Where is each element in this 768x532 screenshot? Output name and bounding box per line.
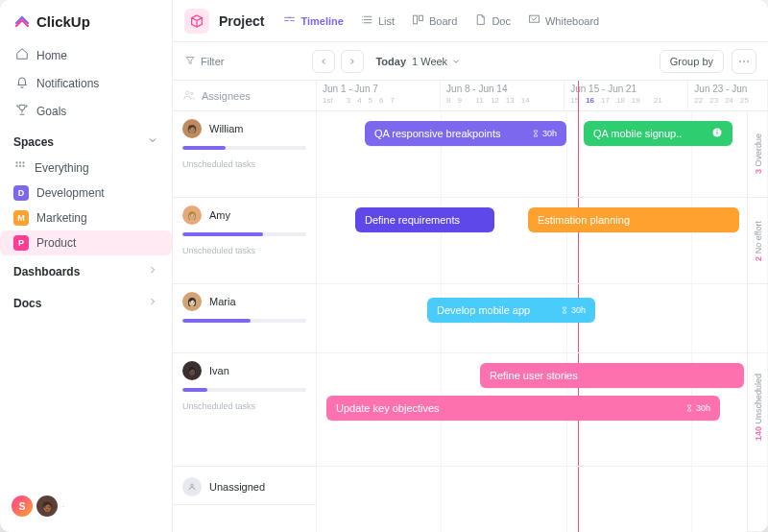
range-label: 1 Week (412, 56, 447, 67)
week-label: Jun 8 - Jun 14 (446, 84, 558, 94)
task-estimation[interactable]: Estimation planning (528, 207, 739, 232)
assignee-row-amy[interactable]: 👩🏼Amy Unscheduled tasks (173, 198, 316, 284)
docs-label: Docs (13, 297, 41, 310)
timeline-date-header: Jun 1 - Jun 7 1st34567 Jun 8 - Jun 14 89… (317, 81, 768, 111)
progress-bar (182, 146, 306, 150)
space-everything[interactable]: Everything (0, 155, 172, 181)
view-whiteboard-label: Whiteboard (545, 15, 599, 27)
timeline-content: Assignees 🧑🏽William Unscheduled tasks 👩🏼… (173, 81, 768, 532)
week-col: Jun 23 - Jun 22232425 (688, 81, 768, 110)
svg-point-5 (22, 165, 24, 167)
nav-goals[interactable]: Goals (8, 97, 164, 125)
right-status-badges: 3 Overdue 2 No effort 140 Unscheduled (747, 111, 768, 532)
task-develop-mobile[interactable]: Develop mobile app 30h (427, 298, 595, 323)
assignee-row-unassigned[interactable]: Unassigned (173, 467, 316, 505)
week-col: Jun 8 - Jun 14 8911121314 (441, 81, 564, 110)
unscheduled-label: Unscheduled tasks (182, 246, 306, 255)
avatar-peer[interactable]: 🧑🏾 (36, 496, 58, 517)
noeffort-badge[interactable]: 2 No effort (748, 198, 768, 284)
dashboards-section[interactable]: Dashboards (0, 255, 172, 287)
svg-rect-13 (717, 132, 718, 134)
svg-point-1 (19, 161, 21, 163)
assignee-row-ivan[interactable]: 🧑🏿Ivan Unscheduled tasks (173, 353, 316, 467)
chevron-right-icon (147, 264, 158, 278)
task-qa-breakpoints[interactable]: QA responsive breakpoints 30h (365, 121, 566, 146)
brand-logo[interactable]: ClickUp (0, 12, 172, 41)
nav-goals-label: Goals (36, 105, 66, 118)
view-timeline-label: Timeline (300, 15, 343, 27)
view-doc[interactable]: Doc (470, 11, 515, 31)
space-product[interactable]: P Product (0, 230, 172, 255)
chevron-right-icon (147, 296, 158, 310)
project-icon (184, 9, 209, 34)
task-label: Update key objectives (336, 402, 440, 414)
nav-home[interactable]: Home (8, 41, 164, 69)
timeline-grid[interactable]: Jun 1 - Jun 7 1st34567 Jun 8 - Jun 14 89… (317, 81, 768, 532)
filter-button[interactable]: Filter (184, 55, 224, 68)
task-refine-stories[interactable]: Refine user stories (480, 363, 744, 388)
spaces-header-label: Spaces (13, 135, 54, 149)
space-everything-label: Everything (35, 161, 89, 175)
task-label: Develop mobile app (437, 304, 530, 316)
avatar-self[interactable]: S (12, 496, 33, 517)
project-title[interactable]: Project (219, 13, 264, 29)
filter-icon (184, 55, 196, 68)
app-window: ClickUp Home Notifications Goals Spaces … (0, 0, 768, 532)
doc-icon (474, 13, 487, 28)
space-development[interactable]: D Development (0, 181, 172, 206)
assignee-header[interactable]: Assignees (173, 81, 316, 111)
assignee-name-label: William (209, 123, 243, 134)
svg-point-11 (191, 484, 194, 487)
assignee-row-maria[interactable]: 👩🏻Maria (173, 284, 316, 353)
svg-point-9 (186, 90, 190, 94)
view-board[interactable]: Board (408, 11, 461, 31)
week-label: Jun 1 - Jun 7 (323, 84, 434, 94)
clickup-logo-icon (13, 12, 31, 32)
range-select[interactable]: 1 Week (412, 56, 461, 67)
spaces-header[interactable]: Spaces (0, 125, 172, 155)
brand-name: ClickUp (36, 13, 90, 30)
space-marketing[interactable]: M Marketing (0, 206, 172, 230)
today-button[interactable]: Today (375, 56, 406, 67)
week-label: Jun 15 - Jun 21 (570, 84, 682, 94)
avatar: 🧑🏽 (182, 119, 202, 138)
assignee-row-william[interactable]: 🧑🏽William Unscheduled tasks (173, 111, 316, 198)
groupby-button[interactable]: Group by (660, 50, 724, 73)
lane-ivan: Refine user stories Update key objective… (317, 353, 768, 467)
topbar: Project Timeline List Board Doc (173, 0, 768, 42)
view-list-label: List (378, 15, 395, 27)
assignee-name-label: Maria (209, 296, 236, 307)
nav-notifications[interactable]: Notifications (8, 69, 164, 97)
lane-maria: Develop mobile app 30h (317, 284, 768, 353)
view-list[interactable]: List (357, 11, 398, 31)
presence-more: · (61, 499, 64, 513)
next-button[interactable] (341, 50, 364, 73)
assignee-name-label: Amy (209, 209, 230, 221)
subtoolbar: Filter Today 1 Week Group by ⋯ (173, 42, 768, 81)
svg-point-2 (22, 161, 24, 163)
progress-bar (182, 232, 306, 236)
assignee-header-label: Assignees (202, 90, 251, 102)
task-update-objectives[interactable]: Update key objectives 30h (326, 396, 720, 421)
task-label: Refine user stories (490, 370, 578, 381)
trophy-icon (15, 103, 29, 119)
progress-bar (182, 319, 306, 323)
prev-button[interactable] (312, 50, 335, 73)
task-qa-mobile[interactable]: QA mobile signup.. (584, 121, 732, 146)
svg-rect-7 (420, 15, 423, 20)
avatar: 👩🏼 (182, 206, 202, 225)
task-define-req[interactable]: Define requirements (355, 207, 494, 232)
unscheduled-badge[interactable]: 140 Unscheduled (748, 284, 768, 532)
main: Project Timeline List Board Doc (173, 0, 768, 532)
more-button[interactable]: ⋯ (732, 49, 756, 74)
presence-avatars[interactable]: S 🧑🏾 · (0, 488, 172, 524)
docs-section[interactable]: Docs (0, 287, 172, 319)
task-label: Define requirements (365, 214, 460, 226)
assignee-name-label: Ivan (209, 365, 229, 376)
view-timeline[interactable]: Timeline (279, 11, 347, 31)
filter-label: Filter (201, 56, 224, 67)
svg-rect-6 (414, 15, 418, 24)
overdue-badge[interactable]: 3 Overdue (748, 111, 768, 198)
view-whiteboard[interactable]: Whiteboard (524, 11, 603, 31)
space-chip-d: D (13, 185, 29, 201)
